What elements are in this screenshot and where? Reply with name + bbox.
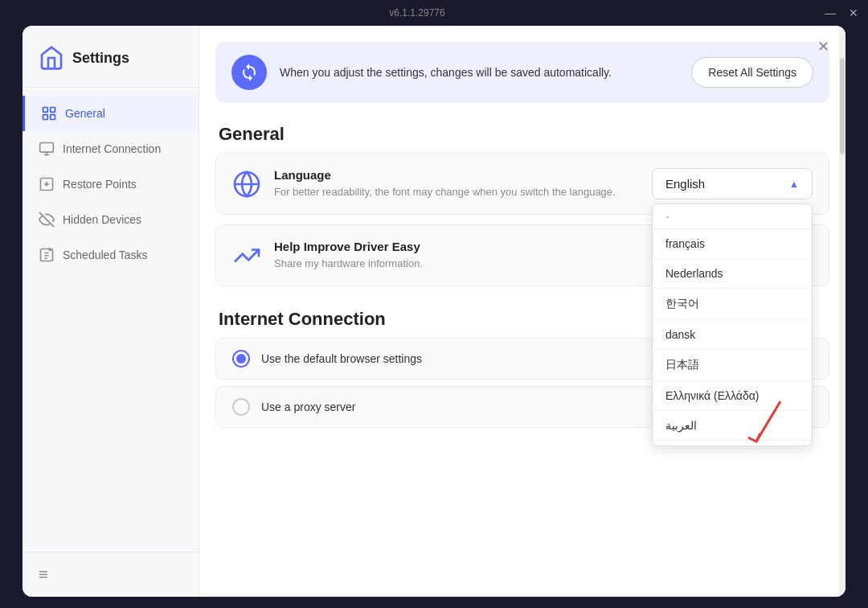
close-title-button[interactable]: ✕ [849,6,858,19]
sync-icon [231,55,267,90]
dropdown-arrow-icon: ▲ [789,179,799,190]
radio-default-label: Use the default browser settings [261,352,422,365]
general-section-title: General [199,111,845,153]
sidebar-menu-icon[interactable]: ≡ [39,565,48,583]
radio-default-outer [232,350,250,368]
lang-option-francais[interactable]: français [653,229,812,259]
sidebar-item-hidden[interactable]: Hidden Devices [23,202,199,237]
internet-icon [39,141,55,157]
restore-icon [39,176,55,192]
language-info: Language For better readability, the fon… [274,168,639,199]
info-banner-text: When you adjust the settings, changes wi… [280,64,678,81]
settings-header-icon [39,45,64,71]
radio-proxy-label: Use a proxy server [261,401,355,413]
scrollbar-track[interactable] [839,26,845,597]
language-dropdown-menu[interactable]: · français Nederlands 한국어 dansk 日本語 Ελλη… [652,203,813,446]
sidebar-item-restore[interactable]: Restore Points [23,166,199,202]
language-dropdown[interactable]: English ▲ · français Nederlands 한국어 dans… [652,168,813,199]
sidebar-item-internet[interactable]: Internet Connection [23,131,199,166]
sidebar-bottom[interactable]: ≡ [23,552,199,597]
close-button[interactable]: ✕ [813,37,833,56]
main-content: ✕ When you adjust the settings, changes … [199,26,845,597]
minimize-button[interactable]: — [825,6,836,19]
sidebar-item-hidden-label: Hidden Devices [63,213,141,226]
radio-proxy-outer [232,398,250,416]
info-banner: When you adjust the settings, changes wi… [215,42,829,103]
lang-option-arabic[interactable]: العربية [653,411,812,441]
selected-language-label: English [665,177,705,191]
hidden-icon [39,212,55,228]
lang-option-dot[interactable]: · [653,204,812,229]
lang-option-czech[interactable]: čeština [653,441,812,446]
lang-option-korean[interactable]: 한국어 [653,289,812,320]
sidebar-item-general[interactable]: General [23,96,199,131]
sidebar-title: Settings [72,50,129,67]
sidebar-item-scheduled[interactable]: Scheduled Tasks [23,237,199,273]
svg-rect-1 [51,108,55,113]
lang-option-dansk[interactable]: dansk [653,320,812,350]
scrollbar-thumb[interactable] [840,58,845,154]
chart-icon [232,241,261,270]
window-controls[interactable]: — ✕ [825,6,858,19]
svg-rect-0 [43,108,48,113]
sidebar-header: Settings [23,26,199,88]
sidebar-item-internet-label: Internet Connection [63,142,161,155]
language-description: For better readability, the font may cha… [274,185,639,199]
reset-all-settings-button[interactable]: Reset All Settings [691,57,813,88]
lang-option-nederlands[interactable]: Nederlands [653,259,812,289]
sidebar-item-scheduled-label: Scheduled Tasks [63,249,148,261]
radio-default-inner [236,354,246,364]
title-bar: v6.1.1.29776 — ✕ [0,0,868,26]
svg-rect-3 [51,115,55,120]
language-dropdown-selected[interactable]: English ▲ [652,168,813,199]
lang-option-greek[interactable]: Ελληνικά (Ελλάδα) [653,381,812,411]
scheduled-icon [39,247,55,263]
lang-option-japanese[interactable]: 日本語 [653,350,812,381]
sidebar-item-general-label: General [65,107,105,120]
sidebar-nav: General Internet Connection [23,88,199,552]
sidebar: Settings General [23,26,199,597]
version-label: v6.1.1.29776 [389,7,444,18]
app-window: Settings General [23,26,845,597]
language-label: Language [274,168,639,182]
language-icon [232,170,261,199]
language-setting-card: Language For better readability, the fon… [215,153,829,215]
svg-rect-4 [40,143,54,153]
sidebar-item-restore-label: Restore Points [63,178,137,191]
svg-rect-2 [43,115,48,120]
general-icon [41,105,57,121]
language-control[interactable]: English ▲ · français Nederlands 한국어 dans… [652,168,813,199]
